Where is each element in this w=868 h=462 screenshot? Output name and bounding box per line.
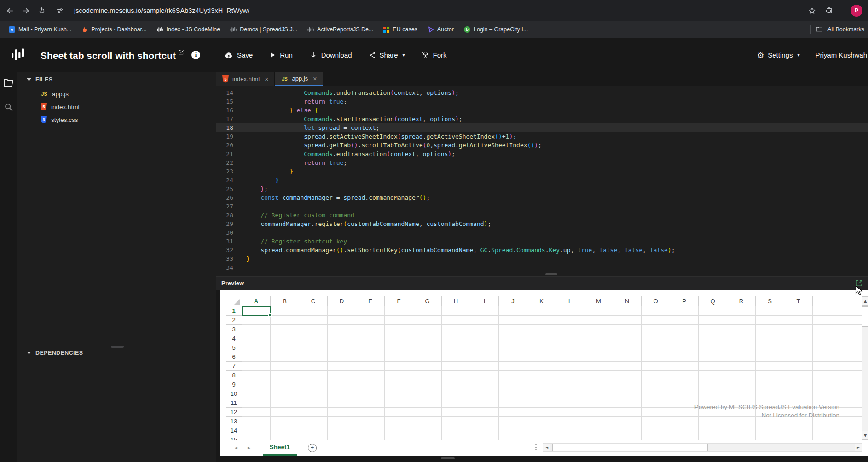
- sidebar-file-app.js[interactable]: JSapp.js: [17, 87, 216, 100]
- fill-handle[interactable]: [268, 313, 272, 317]
- column-header-D[interactable]: D: [328, 296, 356, 306]
- run-button[interactable]: Run: [269, 51, 293, 59]
- column-header-K[interactable]: K: [527, 296, 556, 306]
- prev-sheet-icon[interactable]: ◄: [234, 445, 237, 450]
- row-header-2[interactable]: 2: [226, 316, 242, 325]
- editor-tab-index.html[interactable]: 5index.html×: [216, 72, 275, 86]
- close-icon[interactable]: ×: [265, 75, 268, 83]
- sidebar-resize-grip[interactable]: [111, 346, 124, 348]
- column-header-T[interactable]: T: [784, 296, 813, 306]
- code-line-18[interactable]: 18 let spread = context;: [216, 123, 868, 132]
- code-line-19[interactable]: 19 spread.setActiveSheetIndex(spread.get…: [216, 132, 868, 141]
- close-icon[interactable]: ×: [313, 75, 317, 82]
- code-line-16[interactable]: 16 } else {: [216, 106, 868, 115]
- edit-title-icon[interactable]: [178, 49, 184, 55]
- preview-bottom-grip[interactable]: [441, 457, 455, 459]
- column-header-M[interactable]: M: [584, 296, 613, 306]
- column-header-J[interactable]: J: [499, 296, 527, 306]
- code-line-33[interactable]: 33}: [216, 254, 868, 263]
- code-editor[interactable]: 14 Commands.undoTransaction(context, opt…: [216, 86, 868, 276]
- column-header-H[interactable]: H: [442, 296, 470, 306]
- bookmark-item[interactable]: Demos | SpreadJS J...: [225, 24, 302, 35]
- forward-icon[interactable]: [22, 6, 30, 15]
- bookmark-item[interactable]: Auctor: [422, 24, 459, 35]
- row-header-11[interactable]: 11: [226, 398, 242, 408]
- scroll-down-button[interactable]: ▼: [862, 431, 868, 440]
- code-line-17[interactable]: 17 Commands.startTransaction(context, op…: [216, 115, 868, 123]
- column-header-C[interactable]: C: [299, 296, 328, 306]
- row-header-4[interactable]: 4: [226, 334, 242, 343]
- code-line-14[interactable]: 14 Commands.undoTransaction(context, opt…: [216, 88, 868, 97]
- back-icon[interactable]: [6, 6, 14, 15]
- code-line-27[interactable]: 27: [216, 202, 868, 211]
- scroll-right-button[interactable]: ►: [855, 444, 862, 451]
- row-header-3[interactable]: 3: [226, 325, 242, 334]
- column-header-F[interactable]: F: [385, 296, 413, 306]
- row-header-8[interactable]: 8: [226, 371, 242, 380]
- code-line-22[interactable]: 22 return true;: [216, 158, 868, 167]
- user-menu[interactable]: Priyam Kushwah: [815, 51, 867, 59]
- code-line-28[interactable]: 28 // Register custom command: [216, 211, 868, 219]
- site-settings-icon[interactable]: [56, 7, 64, 15]
- save-button[interactable]: Save: [224, 51, 253, 60]
- bookmark-item[interactable]: oMail - Priyam Kush...: [4, 24, 76, 35]
- column-header-G[interactable]: G: [413, 296, 442, 306]
- column-header-A[interactable]: A: [242, 296, 271, 306]
- reload-icon[interactable]: [38, 6, 46, 15]
- row-header-12[interactable]: 12: [226, 408, 242, 417]
- column-header-B[interactable]: B: [271, 296, 299, 306]
- scroll-left-button[interactable]: ◄: [543, 444, 550, 451]
- code-line-26[interactable]: 26 const commandManager = spread.command…: [216, 193, 868, 202]
- row-header-5[interactable]: 5: [226, 343, 242, 352]
- all-bookmarks[interactable]: All Bookmarks: [806, 25, 864, 34]
- sidebar-file-index.html[interactable]: 5index.html: [17, 100, 216, 113]
- next-sheet-icon[interactable]: ►: [248, 445, 251, 450]
- dependencies-section-header[interactable]: DEPENDENCIES: [17, 350, 216, 356]
- app-logo-icon[interactable]: [11, 48, 25, 63]
- column-header-O[interactable]: O: [642, 296, 670, 306]
- column-header-E[interactable]: E: [356, 296, 385, 306]
- column-header-Q[interactable]: Q: [699, 296, 727, 306]
- extensions-icon[interactable]: [825, 6, 833, 15]
- row-header-9[interactable]: 9: [226, 380, 242, 389]
- horizontal-scroll-thumb[interactable]: [552, 444, 708, 451]
- bookmark-item[interactable]: ActiveReportsJS De...: [302, 24, 378, 35]
- code-line-29[interactable]: 29 commandManager.register(customTabComm…: [216, 219, 868, 228]
- column-header-R[interactable]: R: [727, 296, 756, 306]
- bookmark-item[interactable]: Index - JS CodeMine: [152, 24, 226, 35]
- code-line-34[interactable]: 34: [216, 263, 868, 272]
- add-sheet-button[interactable]: +: [308, 444, 317, 452]
- fork-button[interactable]: Fork: [422, 51, 447, 59]
- share-button[interactable]: Share▾: [369, 51, 405, 59]
- tab-strip-resize-handle[interactable]: [535, 444, 537, 450]
- code-line-21[interactable]: 21 Commands.endTransaction(context, opti…: [216, 150, 868, 158]
- bookmark-item[interactable]: EU cases: [378, 24, 422, 35]
- editor-preview-resize-grip[interactable]: [545, 273, 557, 275]
- row-header-6[interactable]: 6: [226, 352, 242, 362]
- code-line-23[interactable]: 23 }: [216, 167, 868, 176]
- sidebar-file-styles.css[interactable]: 3styles.css: [17, 113, 216, 126]
- bookmark-item[interactable]: bLogin – GrapeCity I...: [459, 24, 533, 35]
- code-line-25[interactable]: 25 };: [216, 185, 868, 193]
- code-line-31[interactable]: 31 // Register shortcut key: [216, 237, 868, 246]
- row-header-15[interactable]: 15: [226, 435, 242, 440]
- active-cell-A1[interactable]: [242, 306, 271, 316]
- bookmark-item[interactable]: Projects · Dashboar...: [76, 24, 151, 35]
- editor-tab-app.js[interactable]: JSapp.js×: [275, 72, 323, 86]
- select-all-corner[interactable]: [226, 296, 242, 306]
- bookmark-star-icon[interactable]: [808, 6, 816, 15]
- row-header-13[interactable]: 13: [226, 417, 242, 426]
- row-header-10[interactable]: 10: [226, 389, 242, 398]
- vertical-scroll-thumb[interactable]: [862, 306, 868, 327]
- row-header-1[interactable]: 1: [226, 306, 242, 316]
- code-line-30[interactable]: 30: [216, 228, 868, 237]
- profile-avatar[interactable]: P: [851, 5, 862, 17]
- explorer-folder-icon[interactable]: [3, 77, 14, 90]
- info-icon[interactable]: i: [191, 51, 200, 59]
- code-line-15[interactable]: 15 return true;: [216, 97, 868, 106]
- download-button[interactable]: Download: [309, 51, 352, 59]
- row-header-14[interactable]: 14: [226, 426, 242, 435]
- column-header-N[interactable]: N: [613, 296, 642, 306]
- code-line-20[interactable]: 20 spread.getTab().scrollTabToActive(0,s…: [216, 141, 868, 150]
- sheet-grid[interactable]: ABCDEFGHIJKLMNOPQRST12345678910111213141…: [226, 296, 862, 440]
